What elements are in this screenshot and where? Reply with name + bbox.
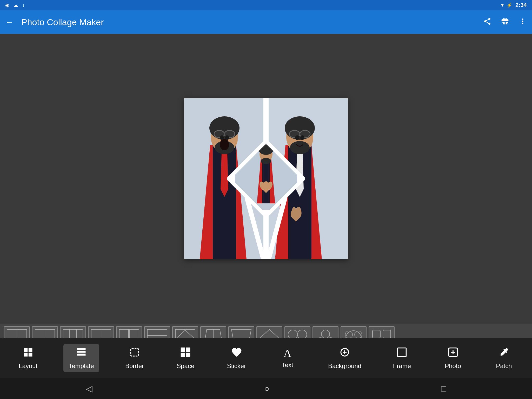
status-bar-right-icons: ▾ ⚡ 2:34 <box>501 2 527 9</box>
tool-frame[interactable]: Frame <box>386 344 417 372</box>
svg-point-25 <box>300 135 304 140</box>
app-icon-2: ☁ <box>14 2 18 8</box>
template-icon <box>76 347 87 360</box>
back-button[interactable]: ← <box>5 17 14 27</box>
layout-label: Layout <box>19 362 37 370</box>
share-button[interactable] <box>483 17 491 27</box>
patch-label: Patch <box>496 362 512 370</box>
text-icon: A <box>284 348 291 359</box>
top-toolbar: ← Photo Collage Maker <box>0 10 532 34</box>
tool-template[interactable]: Template <box>63 344 99 372</box>
nav-back-button[interactable]: ◁ <box>76 381 103 396</box>
app-icon-1: ◉ <box>5 2 9 8</box>
svg-rect-79 <box>181 348 185 352</box>
svg-rect-22 <box>299 133 300 135</box>
gift-button[interactable] <box>501 17 509 27</box>
battery-icon: ⚡ <box>507 2 512 8</box>
frame-label: Frame <box>393 362 411 370</box>
svg-rect-78 <box>131 348 138 356</box>
tool-sticker[interactable]: Sticker <box>221 344 252 372</box>
svg-point-23 <box>290 141 310 154</box>
tool-patch[interactable]: Patch <box>488 344 520 372</box>
svg-rect-82 <box>186 353 190 357</box>
tool-text[interactable]: A Text <box>272 345 303 371</box>
svg-rect-74 <box>373 330 380 338</box>
svg-point-66 <box>321 330 330 338</box>
time-display: 2:34 <box>515 2 527 9</box>
app-icon-3: ↓ <box>22 3 25 8</box>
sticker-icon <box>231 347 242 360</box>
tool-space[interactable]: Space <box>170 344 201 372</box>
canvas-area <box>0 34 532 324</box>
tool-border[interactable]: Border <box>119 344 150 372</box>
background-icon <box>339 347 350 360</box>
nav-home-button[interactable]: ○ <box>254 381 280 396</box>
wifi-icon: ▾ <box>501 2 503 8</box>
patch-icon <box>498 347 510 360</box>
tool-layout[interactable]: Layout <box>12 344 44 372</box>
svg-rect-80 <box>186 348 190 352</box>
nav-recents-button[interactable]: □ <box>431 381 456 396</box>
tool-background[interactable]: Background <box>323 344 367 372</box>
layout-icon <box>22 347 34 360</box>
border-icon <box>129 347 140 360</box>
app-title: Photo Collage Maker <box>21 17 475 27</box>
svg-point-12 <box>220 139 229 150</box>
space-label: Space <box>177 362 194 370</box>
svg-rect-83 <box>398 348 406 357</box>
tool-photo[interactable]: Photo <box>437 344 469 372</box>
border-label: Border <box>125 362 144 370</box>
collage-svg <box>184 98 348 259</box>
svg-rect-10 <box>224 133 225 135</box>
text-label: Text <box>282 361 293 369</box>
bottom-toolbar: Layout Template Border Space Sticker A T… <box>0 338 532 378</box>
navigation-bar: ◁ ○ □ <box>0 378 532 399</box>
photo-icon <box>447 347 459 360</box>
more-button[interactable] <box>518 17 527 27</box>
toolbar-action-icons <box>483 17 527 27</box>
template-label: Template <box>69 362 94 370</box>
status-bar: ◉ ☁ ↓ ▾ ⚡ 2:34 <box>0 0 532 10</box>
svg-point-19 <box>285 116 315 140</box>
status-bar-left-icons: ◉ ☁ ↓ <box>5 2 25 8</box>
svg-point-14 <box>225 135 229 140</box>
svg-rect-75 <box>383 330 391 338</box>
svg-point-13 <box>220 135 224 140</box>
collage-container[interactable] <box>184 98 348 259</box>
space-icon <box>180 347 191 360</box>
photo-label: Photo <box>445 362 461 370</box>
svg-point-7 <box>209 116 240 140</box>
svg-rect-31 <box>262 158 270 203</box>
sticker-label: Sticker <box>227 362 246 370</box>
frame-icon <box>396 347 408 360</box>
svg-point-24 <box>295 135 299 140</box>
svg-rect-51 <box>130 329 139 338</box>
svg-point-34 <box>261 158 271 164</box>
svg-rect-81 <box>181 353 185 357</box>
background-label: Background <box>328 362 361 370</box>
